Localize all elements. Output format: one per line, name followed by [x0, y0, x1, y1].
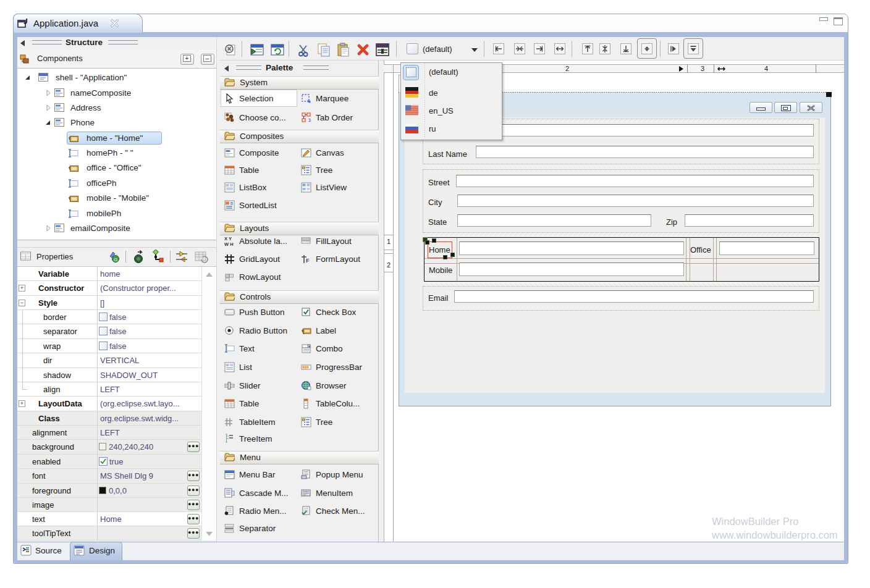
svg-text:3: 3 — [308, 118, 311, 122]
svg-text:G: G — [114, 257, 117, 262]
svg-text:W H: W H — [224, 242, 234, 246]
svg-text:X Y: X Y — [224, 236, 232, 242]
svg-text:F: F — [306, 258, 310, 264]
